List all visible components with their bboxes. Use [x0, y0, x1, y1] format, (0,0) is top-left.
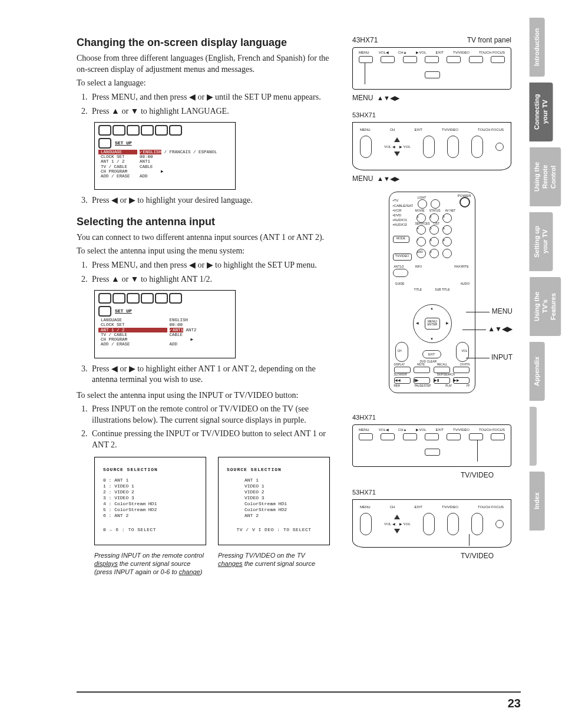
caption-input: Pressing INPUT on the remote control dis… — [94, 551, 206, 577]
tab-index: Index — [530, 472, 545, 531]
diagram-43hx71-panel-tvvideo: MENUVOL◀ CH▲▶VOL EXITTV/VIDEO TOUCH FOCU… — [352, 424, 511, 467]
callout-arrows: ▲▼◀▶ — [462, 324, 513, 334]
model-43-label-1: 43HX71 — [352, 35, 378, 45]
lang-step-2: Press ▲ or ▼ to highlight LANGUAGE. — [90, 106, 342, 117]
para-lang-to-select: To select a language: — [77, 78, 342, 89]
para-ant-intro: You can connect to two different antenna… — [77, 232, 342, 243]
callout-menu: MENU — [466, 307, 513, 316]
source-box-input: SOURCE SELECTION 0 : ANT 1 1 : VIDEO 1 2… — [94, 457, 206, 545]
callout-input: INPUT — [466, 353, 513, 362]
para-lang-intro: Choose from three different languages (E… — [77, 53, 342, 75]
dpad-icon: ▲ ▼ ◀ ▶ MENU/ ENTER — [413, 304, 452, 343]
tab-blank — [530, 407, 537, 466]
tab-appendix: Appendix — [530, 342, 545, 401]
tab-features: Using the TV's Features — [530, 277, 561, 336]
diagram-43hx71-panel-menu: MENUVOL◀ CH▲▶VOL EXITTV/VIDEO TOUCH FOCU… — [352, 47, 511, 90]
osd-language-menu: SET UP LANGUAGEENGLISH ENGLISH / FRANCAI… — [94, 122, 236, 190]
side-tabs: Introduction Connecting your TV Using th… — [530, 18, 562, 536]
model-43-label-2: 43HX71 — [352, 413, 511, 422]
para-ant-inputbtn: To select the antenna input using the IN… — [77, 390, 342, 401]
footer-rule — [77, 691, 521, 693]
diagram-remote: •TV •CABLE/SAT •VCR •DVD •AUDIO1 •AUDIO2… — [389, 192, 475, 393]
caption-tvvideo: Pressing TV/VIDEO on the TV changes the … — [218, 551, 330, 577]
tab-introduction: Introduction — [530, 18, 545, 77]
diagram-43-menu-caption: MENU ▲▼◀▶ — [352, 93, 511, 103]
diagram-53hx71-panel-tvvideo: MENUCH EXITTV/VIDEO TOUCH FOCUS VOL ◀ ▶ … — [352, 499, 511, 548]
tab-remote: Using the Remote Control — [530, 147, 561, 206]
tv-front-label-1: TV front panel — [467, 35, 511, 45]
lang-step-1: Press MENU, and then press ◀ or ▶ until … — [90, 91, 342, 103]
ant-step-3: Press ◀ or ▶ to highlight either ANT 1 o… — [90, 363, 342, 386]
lang-step-3: Press ◀ or ▶ to highlight your desired l… — [90, 195, 342, 206]
source-selection-pair: SOURCE SELECTION 0 : ANT 1 1 : VIDEO 1 2… — [94, 457, 342, 545]
tab-setup: Setting up your TV — [530, 212, 553, 271]
diagram-53-tvvideo-caption: TV/VIDEO — [352, 551, 511, 561]
diagram-53-menu-caption: MENU ▲▼◀▶ — [352, 174, 511, 183]
diagram-43-tvvideo-caption: TV/VIDEO — [352, 470, 511, 480]
heading-language: Changing the on-screen display language — [77, 35, 342, 50]
diagram-53hx71-panel-menu: MENUCH EXITTV/VIDEO TOUCH FOCUS VOL ◀ ▶ … — [352, 122, 511, 170]
source-box-tvvideo: SOURCE SELECTION ANT 1 VIDEO 1 VIDEO 2 V… — [218, 457, 330, 545]
osd-antenna-menu: SET UP LANGUAGEENGLISH CLOCK SET00:00 AN… — [94, 290, 236, 358]
heading-antenna: Selecting the antenna input — [77, 215, 342, 229]
page-number: 23 — [508, 696, 521, 711]
tab-connecting: Connecting your TV — [530, 83, 553, 141]
ant-step-1: Press MENU, and then press ◀ or ▶ to hig… — [90, 259, 342, 271]
input-step-2: Continue pressing the INPUT or TV/VIDEO … — [90, 429, 342, 451]
model-53-label-2: 53HX71 — [352, 488, 511, 497]
model-53-label-1: 53HX71 — [352, 111, 511, 120]
para-ant-menu: To select the antenna input using the me… — [77, 246, 342, 257]
input-step-1: Press INPUT on the remote control or TV/… — [90, 404, 342, 426]
power-button-icon — [459, 197, 470, 207]
ant-step-2: Press ▲ or ▼ to highlight ANT 1/2. — [90, 274, 342, 285]
